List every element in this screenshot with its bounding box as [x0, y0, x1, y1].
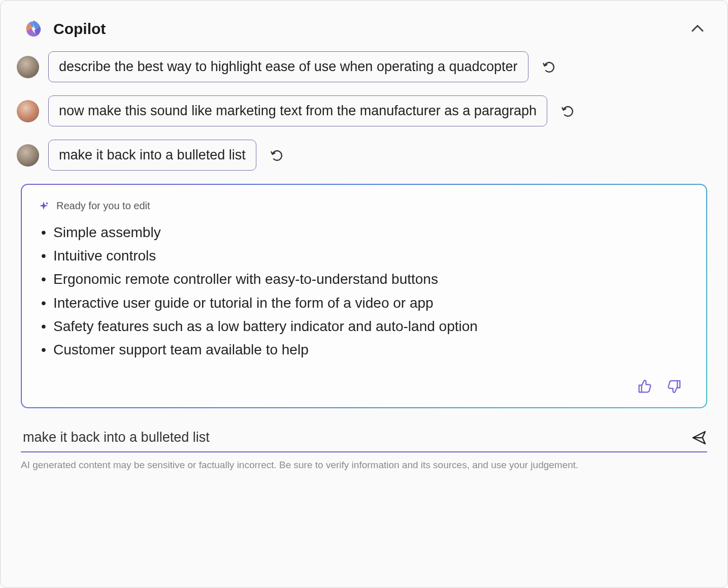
list-item: Intuitive controls: [40, 244, 690, 268]
list-item: Interactive user guide or tutorial in th…: [40, 291, 690, 315]
prompt-input[interactable]: [21, 427, 686, 448]
user-message-row: now make this sound like marketing text …: [17, 95, 711, 126]
list-item: Safety features such as a low battery in…: [40, 315, 690, 338]
undo-icon[interactable]: [542, 59, 557, 75]
user-message-bubble[interactable]: describe the best way to highlight ease …: [48, 51, 528, 82]
input-area: [21, 427, 707, 452]
panel-header: Copilot: [1, 1, 727, 44]
ready-row: Ready for you to edit: [38, 200, 690, 212]
ready-text: Ready for you to edit: [56, 200, 150, 212]
user-message-row: describe the best way to highlight ease …: [17, 51, 711, 82]
response-card: Ready for you to edit Simple assembly In…: [21, 184, 707, 408]
thumbs-up-icon[interactable]: [637, 379, 652, 394]
panel-title: Copilot: [53, 20, 106, 38]
sparkle-icon: [38, 201, 49, 212]
send-icon[interactable]: [691, 430, 707, 446]
header-left: Copilot: [23, 19, 106, 39]
disclaimer-text: AI generated content may be sensitive or…: [1, 452, 727, 471]
avatar: [17, 100, 39, 122]
copilot-panel: Copilot describe the best way to highlig…: [0, 0, 728, 588]
bullet-list: Simple assembly Intuitive controls Ergon…: [38, 221, 690, 362]
list-item: Ergonomic remote controller with easy-to…: [40, 268, 690, 291]
user-message-bubble[interactable]: make it back into a bulleted list: [48, 140, 256, 171]
feedback-row: [38, 379, 690, 394]
list-item: Simple assembly: [40, 221, 690, 244]
thumbs-down-icon[interactable]: [667, 379, 682, 394]
list-item: Customer support team available to help: [40, 338, 690, 362]
avatar: [17, 56, 39, 78]
conversation-area: describe the best way to highlight ease …: [1, 44, 727, 171]
avatar: [17, 144, 39, 167]
undo-icon[interactable]: [560, 104, 576, 119]
user-message-bubble[interactable]: now make this sound like marketing text …: [48, 95, 547, 126]
undo-icon[interactable]: [270, 148, 285, 163]
collapse-icon[interactable]: [690, 21, 705, 37]
user-message-row: make it back into a bulleted list: [17, 140, 711, 171]
copilot-logo-icon: [23, 19, 43, 39]
input-row: [21, 427, 707, 452]
